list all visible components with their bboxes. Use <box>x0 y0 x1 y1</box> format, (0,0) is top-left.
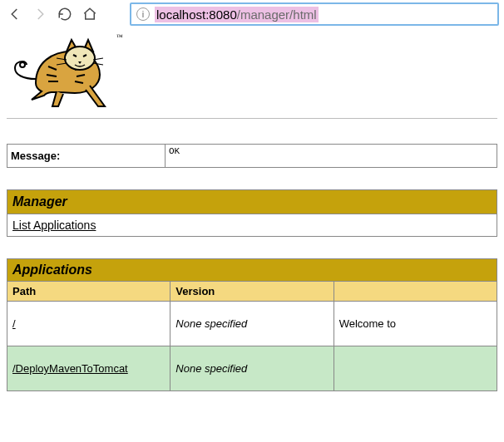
back-button[interactable] <box>5 4 25 24</box>
applications-table: Applications Path Version / None specifi… <box>7 258 497 391</box>
url-port: :8080 <box>205 7 237 22</box>
reload-button[interactable] <box>55 4 75 24</box>
url-path: /manager/html <box>237 7 317 22</box>
app-display: Welcome to <box>334 302 497 346</box>
home-button[interactable] <box>80 4 100 24</box>
url-text: localhost:8080/manager/html <box>155 7 319 22</box>
svg-point-0 <box>20 62 25 67</box>
url-host: localhost <box>156 7 205 22</box>
manager-section: Manager List Applications <box>7 189 497 237</box>
app-version: None specified <box>175 317 247 330</box>
page-body: ™ Message: OK Manager List Applications … <box>0 28 504 391</box>
app-path-link[interactable]: / <box>12 317 16 330</box>
info-icon: i <box>136 7 150 21</box>
list-applications-link[interactable]: List Applications <box>12 219 96 232</box>
divider <box>7 118 497 119</box>
browser-toolbar: i localhost:8080/manager/html <box>0 0 504 28</box>
message-label: Message: <box>7 145 166 168</box>
col-display-header <box>334 282 497 302</box>
url-bar[interactable]: i localhost:8080/manager/html <box>130 2 499 26</box>
col-path-header: Path <box>7 282 170 302</box>
app-path-link[interactable]: /DeployMavenToTomcat <box>12 362 128 375</box>
message-table: Message: OK <box>7 144 497 168</box>
forward-button[interactable] <box>30 4 50 24</box>
app-version: None specified <box>175 362 247 375</box>
col-version-header: Version <box>170 282 334 302</box>
message-value: OK <box>166 145 497 168</box>
applications-header: Applications <box>7 259 497 282</box>
manager-header: Manager <box>7 190 497 214</box>
trademark-symbol: ™ <box>116 33 123 41</box>
tomcat-logo: ™ <box>7 33 497 110</box>
svg-point-1 <box>65 47 95 70</box>
app-display <box>334 346 497 391</box>
